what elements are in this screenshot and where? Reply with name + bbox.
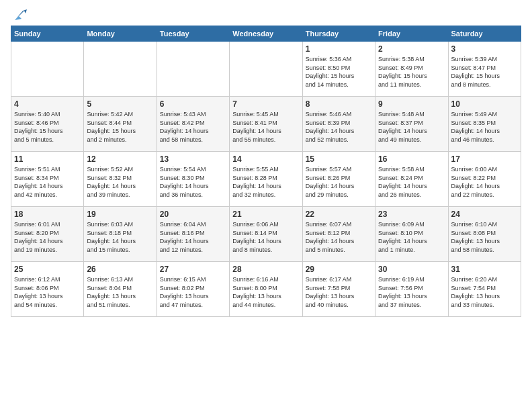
day-info: Sunrise: 5:51 AM Sunset: 8:34 PM Dayligh… [14, 165, 81, 199]
calendar-cell: 27Sunrise: 6:15 AM Sunset: 8:02 PM Dayli… [157, 262, 229, 317]
day-number: 21 [232, 210, 299, 219]
day-info: Sunrise: 6:07 AM Sunset: 8:12 PM Dayligh… [306, 220, 372, 254]
day-info: Sunrise: 5:38 AM Sunset: 8:49 PM Dayligh… [378, 55, 445, 89]
calendar-cell: 29Sunrise: 6:17 AM Sunset: 7:58 PM Dayli… [302, 262, 375, 317]
day-number: 19 [87, 210, 153, 219]
calendar-cell [230, 42, 302, 97]
day-info: Sunrise: 5:54 AM Sunset: 8:30 PM Dayligh… [160, 165, 226, 199]
calendar-cell: 12Sunrise: 5:52 AM Sunset: 8:32 PM Dayli… [84, 152, 157, 207]
calendar-cell: 26Sunrise: 6:13 AM Sunset: 8:04 PM Dayli… [84, 262, 157, 317]
day-info: Sunrise: 6:01 AM Sunset: 8:20 PM Dayligh… [14, 220, 81, 254]
day-info: Sunrise: 6:13 AM Sunset: 8:04 PM Dayligh… [87, 275, 153, 309]
calendar-cell: 16Sunrise: 5:58 AM Sunset: 8:24 PM Dayli… [375, 152, 448, 207]
day-info: Sunrise: 5:40 AM Sunset: 8:46 PM Dayligh… [14, 110, 81, 144]
calendar-cell: 20Sunrise: 6:04 AM Sunset: 8:16 PM Dayli… [157, 207, 229, 262]
calendar-cell [157, 42, 229, 97]
day-number: 17 [451, 154, 518, 164]
day-info: Sunrise: 6:12 AM Sunset: 8:06 PM Dayligh… [14, 275, 81, 309]
day-info: Sunrise: 5:39 AM Sunset: 8:47 PM Dayligh… [451, 55, 518, 89]
calendar-cell [84, 42, 157, 97]
day-number: 4 [14, 99, 81, 109]
day-info: Sunrise: 5:45 AM Sunset: 8:41 PM Dayligh… [232, 110, 299, 144]
week-row-4: 25Sunrise: 6:12 AM Sunset: 8:06 PM Dayli… [11, 262, 521, 317]
day-number: 23 [378, 210, 445, 219]
week-row-3: 18Sunrise: 6:01 AM Sunset: 8:20 PM Dayli… [11, 207, 521, 262]
day-info: Sunrise: 6:00 AM Sunset: 8:22 PM Dayligh… [451, 165, 518, 199]
day-info: Sunrise: 5:55 AM Sunset: 8:28 PM Dayligh… [232, 165, 299, 199]
calendar-cell: 25Sunrise: 6:12 AM Sunset: 8:06 PM Dayli… [11, 262, 84, 317]
day-info: Sunrise: 6:15 AM Sunset: 8:02 PM Dayligh… [160, 275, 226, 309]
week-row-2: 11Sunrise: 5:51 AM Sunset: 8:34 PM Dayli… [11, 152, 521, 207]
calendar-cell: 13Sunrise: 5:54 AM Sunset: 8:30 PM Dayli… [157, 152, 229, 207]
day-number: 28 [232, 265, 299, 274]
calendar-cell: 17Sunrise: 6:00 AM Sunset: 8:22 PM Dayli… [448, 152, 521, 207]
day-number: 26 [87, 265, 153, 274]
day-info: Sunrise: 5:57 AM Sunset: 8:26 PM Dayligh… [306, 165, 372, 199]
calendar-cell: 28Sunrise: 6:16 AM Sunset: 8:00 PM Dayli… [230, 262, 302, 317]
calendar-cell: 31Sunrise: 6:20 AM Sunset: 7:54 PM Dayli… [448, 262, 521, 317]
day-info: Sunrise: 6:09 AM Sunset: 8:10 PM Dayligh… [378, 220, 445, 254]
day-number: 27 [160, 265, 226, 274]
calendar-cell [11, 42, 84, 97]
day-info: Sunrise: 5:52 AM Sunset: 8:32 PM Dayligh… [87, 165, 153, 199]
day-info: Sunrise: 6:03 AM Sunset: 8:18 PM Dayligh… [87, 220, 153, 254]
day-info: Sunrise: 6:17 AM Sunset: 7:58 PM Dayligh… [306, 275, 372, 309]
day-header-monday: Monday [84, 26, 157, 42]
day-info: Sunrise: 5:49 AM Sunset: 8:35 PM Dayligh… [451, 110, 518, 144]
day-number: 9 [378, 99, 445, 109]
day-info: Sunrise: 6:10 AM Sunset: 8:08 PM Dayligh… [451, 220, 518, 254]
day-number: 29 [306, 265, 372, 274]
calendar-cell: 24Sunrise: 6:10 AM Sunset: 8:08 PM Dayli… [448, 207, 521, 262]
page-container: SundayMondayTuesdayWednesdayThursdayFrid… [0, 0, 532, 324]
calendar-cell: 30Sunrise: 6:19 AM Sunset: 7:56 PM Dayli… [375, 262, 448, 317]
day-number: 1 [306, 44, 372, 54]
logo [11, 11, 27, 19]
day-number: 10 [451, 99, 518, 109]
day-number: 25 [14, 265, 81, 274]
calendar-cell: 2Sunrise: 5:38 AM Sunset: 8:49 PM Daylig… [375, 42, 448, 97]
calendar-cell: 19Sunrise: 6:03 AM Sunset: 8:18 PM Dayli… [84, 207, 157, 262]
day-info: Sunrise: 5:42 AM Sunset: 8:44 PM Dayligh… [87, 110, 153, 144]
logo-icon [12, 8, 27, 23]
calendar-cell: 1Sunrise: 5:36 AM Sunset: 8:50 PM Daylig… [302, 42, 375, 97]
calendar-cell: 18Sunrise: 6:01 AM Sunset: 8:20 PM Dayli… [11, 207, 84, 262]
day-header-thursday: Thursday [302, 26, 375, 42]
day-info: Sunrise: 5:46 AM Sunset: 8:39 PM Dayligh… [306, 110, 372, 144]
calendar-cell: 15Sunrise: 5:57 AM Sunset: 8:26 PM Dayli… [302, 152, 375, 207]
day-info: Sunrise: 6:06 AM Sunset: 8:14 PM Dayligh… [232, 220, 299, 254]
week-row-1: 4Sunrise: 5:40 AM Sunset: 8:46 PM Daylig… [11, 97, 521, 152]
calendar-cell: 3Sunrise: 5:39 AM Sunset: 8:47 PM Daylig… [448, 42, 521, 97]
day-number: 6 [160, 99, 226, 109]
day-number: 7 [232, 99, 299, 109]
day-number: 8 [306, 99, 372, 109]
day-header-tuesday: Tuesday [157, 26, 229, 42]
day-number: 22 [306, 210, 372, 219]
day-number: 30 [378, 265, 445, 274]
day-number: 14 [232, 154, 299, 164]
day-number: 24 [451, 210, 518, 219]
day-header-wednesday: Wednesday [230, 26, 302, 42]
day-number: 20 [160, 210, 226, 219]
day-header-saturday: Saturday [448, 26, 521, 42]
day-number: 16 [378, 154, 445, 164]
day-number: 2 [378, 44, 445, 54]
day-number: 13 [160, 154, 226, 164]
day-number: 3 [451, 44, 518, 54]
day-header-friday: Friday [375, 26, 448, 42]
day-number: 18 [14, 210, 81, 219]
calendar-cell: 11Sunrise: 5:51 AM Sunset: 8:34 PM Dayli… [11, 152, 84, 207]
calendar-cell: 22Sunrise: 6:07 AM Sunset: 8:12 PM Dayli… [302, 207, 375, 262]
day-info: Sunrise: 5:43 AM Sunset: 8:42 PM Dayligh… [160, 110, 226, 144]
day-info: Sunrise: 5:58 AM Sunset: 8:24 PM Dayligh… [378, 165, 445, 199]
header [11, 11, 521, 19]
calendar-cell: 8Sunrise: 5:46 AM Sunset: 8:39 PM Daylig… [302, 97, 375, 152]
day-number: 12 [87, 154, 153, 164]
calendar-cell: 21Sunrise: 6:06 AM Sunset: 8:14 PM Dayli… [230, 207, 302, 262]
calendar-cell: 9Sunrise: 5:48 AM Sunset: 8:37 PM Daylig… [375, 97, 448, 152]
calendar-cell: 10Sunrise: 5:49 AM Sunset: 8:35 PM Dayli… [448, 97, 521, 152]
day-number: 31 [451, 265, 518, 274]
day-number: 15 [306, 154, 372, 164]
day-info: Sunrise: 6:20 AM Sunset: 7:54 PM Dayligh… [451, 275, 518, 309]
day-number: 5 [87, 99, 153, 109]
calendar-cell: 5Sunrise: 5:42 AM Sunset: 8:44 PM Daylig… [84, 97, 157, 152]
